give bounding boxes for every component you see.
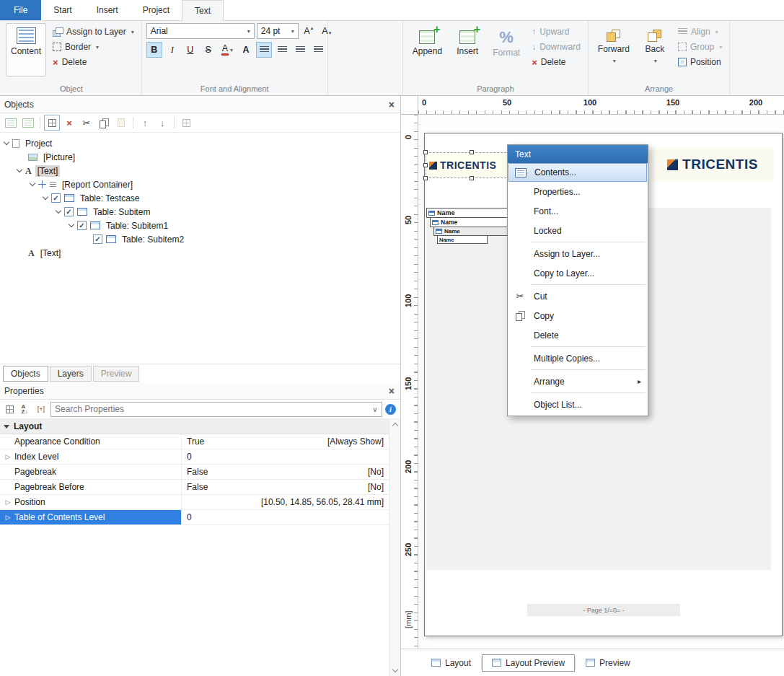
tab-start[interactable]: Start [41,0,84,20]
tree-item-table-testcase[interactable]: ✓ Table: Testcase [0,191,400,205]
properties-scrollbar[interactable] [389,419,400,676]
insert-button[interactable]: Insert [451,23,484,76]
selection-handle[interactable] [470,176,474,180]
append-button[interactable]: Append [408,23,447,76]
chevron-down-icon[interactable] [43,193,48,199]
tree-item-report-container[interactable]: [Report Container] [0,177,400,191]
chevron-down-icon[interactable] [56,207,61,213]
cut-button[interactable]: ✂ [79,115,94,131]
checkbox-checked[interactable]: ✓ [77,221,87,230]
list-style-button[interactable] [3,115,19,131]
close-icon[interactable]: × [389,99,395,110]
category-layout[interactable]: Layout [0,419,389,434]
tab-layout[interactable]: Layout [421,654,481,672]
align-right-button[interactable] [292,42,308,58]
menu-item-object-list[interactable]: Object List... [508,395,647,414]
tab-project[interactable]: Project [131,0,182,20]
move-up-button[interactable]: ↑ [137,115,153,131]
checkbox-checked[interactable]: ✓ [51,193,61,203]
expander-icon[interactable]: ▷ [4,514,12,521]
content-button[interactable]: Content [6,23,46,76]
property-row-table-of-contents-level[interactable]: ▷Table of Contents Level 0 [0,510,389,525]
chevron-down-icon[interactable] [4,139,9,144]
expand-all-button[interactable] [35,403,48,416]
expander-icon[interactable]: ▷ [4,453,12,460]
scroll-down-icon[interactable] [392,667,397,672]
tree-item-project[interactable]: Project [0,136,400,150]
font-size-select[interactable]: 24 pt ▾ [257,23,299,39]
tab-preview[interactable]: Preview [576,654,640,672]
delete-object-button[interactable]: × Delete [50,56,137,69]
search-input[interactable] [51,404,369,414]
table-row[interactable]: Name [426,208,514,218]
tab-text[interactable]: Text [182,0,224,21]
grow-font-button[interactable]: A [301,23,317,39]
info-icon[interactable]: i [385,404,396,415]
align-left-button[interactable] [256,42,272,58]
border-button[interactable]: Border ▾ [50,40,137,53]
design-canvas[interactable]: Name Name Name Name TRICENTIS [418,115,784,649]
close-icon[interactable]: × [389,385,395,397]
align-justify-button[interactable] [310,42,326,58]
tab-preview-panel[interactable]: Preview [93,366,140,382]
property-row-pagebreak[interactable]: Pagebreak False[No] [0,465,389,480]
menu-item-contents[interactable]: Contents... [508,163,647,182]
assign-to-layer-button[interactable]: Assign to Layer ▾ [50,25,137,38]
menu-item-cut[interactable]: ✂Cut [508,286,647,306]
font-color-button[interactable]: A ▾ [219,42,236,58]
tab-objects[interactable]: Objects [3,366,48,382]
italic-button[interactable]: I [164,42,180,58]
tab-layout-preview[interactable]: Layout Preview [482,654,575,672]
checkbox-checked[interactable]: ✓ [93,234,102,244]
chevron-down-icon[interactable] [30,180,35,185]
sort-az-button[interactable] [19,403,32,416]
chevron-down-icon[interactable] [17,166,22,172]
selection-handle[interactable] [423,163,428,167]
position-button[interactable]: Position [675,56,725,69]
underline-button[interactable]: U [182,42,198,58]
tricentis-logo-object[interactable]: TRICENTIS [651,148,774,181]
property-row-position[interactable]: ▷Position [10.50, 14.85, 56.05, 28.41 mm… [0,495,389,510]
selection-handle[interactable] [423,150,428,154]
table-row[interactable]: Name [433,227,514,236]
menu-item-properties[interactable]: Properties... [508,182,647,201]
tree-item-picture[interactable]: [Picture] [0,150,400,164]
menu-item-multiple-copies[interactable]: Multiple Copies... [508,348,647,368]
bold-button[interactable]: B [146,42,162,58]
menu-item-arrange[interactable]: Arrange▸ [508,372,647,391]
forward-button[interactable]: Forward ▾ [593,23,635,76]
chevron-down-icon[interactable]: ∨ [369,405,382,413]
menu-item-assign-to-layer[interactable]: Assign to Layer... [508,244,647,263]
tree-item-table-subitem2[interactable]: ✓ Table: Subitem2 [0,232,400,246]
property-row-appearance-condition[interactable]: Appearance Condition True[Always Show] [0,434,389,449]
expander-icon[interactable]: ▷ [4,499,12,506]
object-list-button[interactable] [44,115,60,131]
tab-layers[interactable]: Layers [50,366,92,382]
back-button[interactable]: Back ▾ [638,23,671,76]
copy-button[interactable] [96,115,112,131]
text-color-button[interactable]: A [238,42,254,58]
tree-item-table-subitem1[interactable]: ✓ Table: Subitem1 [0,219,400,232]
menu-item-delete[interactable]: Delete [508,325,647,345]
tree-item-text-1[interactable]: A [Text] [0,164,400,177]
nested-table-object[interactable]: Name Name Name Name [426,208,514,244]
tree-item-text-2[interactable]: A [Text] [0,246,400,260]
text-object-selected[interactable]: TRICENTIS [426,153,516,177]
search-properties-box[interactable]: ∨ [50,402,382,417]
chevron-down-icon[interactable] [69,221,74,227]
strikethrough-button[interactable]: S [201,42,216,58]
move-down-button[interactable]: ↓ [154,115,170,131]
selection-handle[interactable] [470,150,474,154]
menu-item-copy[interactable]: Copy [508,306,647,325]
checkbox-checked[interactable]: ✓ [64,207,74,216]
tab-insert[interactable]: Insert [84,0,131,20]
list-style-2-button[interactable] [20,115,36,131]
align-center-button[interactable] [274,42,290,58]
tab-file[interactable]: File [0,0,41,20]
tree-item-table-subitem[interactable]: ✓ Table: Subitem [0,205,400,219]
menu-item-copy-to-layer[interactable]: Copy to Layer... [508,263,647,283]
menu-item-locked[interactable]: Locked [508,221,647,240]
selection-handle[interactable] [423,176,428,180]
table-row[interactable]: Name [430,218,514,227]
property-row-index-level[interactable]: ▷Index Level 0 [0,449,389,465]
